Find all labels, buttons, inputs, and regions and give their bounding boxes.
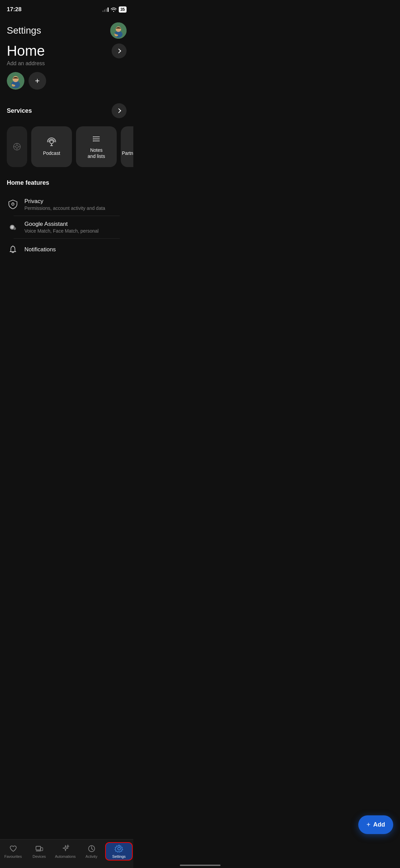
- svg-point-17: [50, 140, 53, 144]
- members-row: +: [7, 72, 127, 90]
- svg-point-12: [16, 145, 18, 148]
- home-features-title: Home features: [7, 179, 127, 186]
- assistant-title: Google Assistant: [24, 221, 127, 228]
- add-address-label: Add an address: [7, 60, 127, 67]
- home-section: Home Add an address +: [0, 40, 133, 95]
- chevron-right-icon: [116, 49, 121, 53]
- status-time: 17:28: [7, 6, 21, 13]
- privacy-text: Privacy Permissions, account activity an…: [24, 198, 127, 211]
- service-card-podcast[interactable]: Podcast: [31, 126, 72, 167]
- svg-point-23: [93, 136, 94, 137]
- notifications-title: Notifications: [24, 246, 127, 253]
- partner-connect-label: Partner connecti...: [122, 150, 133, 156]
- user-avatar[interactable]: [110, 22, 127, 39]
- partial-service-icon: [13, 142, 21, 151]
- home-title: Home: [7, 43, 45, 59]
- signal-bars-icon: [102, 7, 109, 12]
- home-chevron-button[interactable]: [112, 43, 127, 58]
- svg-point-37: [11, 226, 13, 228]
- assistant-subtitle: Voice Match, Face Match, personal: [24, 228, 127, 234]
- notifications-icon-wrap: [7, 243, 19, 256]
- notifications-feature-item[interactable]: Notifications: [7, 239, 127, 260]
- podcast-icon: [47, 137, 56, 147]
- assistant-text: Google Assistant Voice Match, Face Match…: [24, 221, 127, 234]
- battery-level: 35: [120, 7, 125, 12]
- google-assistant-icon: [7, 222, 18, 233]
- add-member-button[interactable]: +: [28, 72, 46, 90]
- svg-point-25: [93, 140, 94, 141]
- service-card-partner-connect[interactable]: Partner connecti...: [121, 126, 133, 167]
- privacy-title: Privacy: [24, 198, 127, 205]
- services-chevron-button[interactable]: [112, 103, 127, 118]
- service-card-partial[interactable]: [7, 126, 27, 167]
- privacy-icon-wrap: [7, 198, 19, 211]
- notifications-text: Notifications: [24, 246, 127, 253]
- podcast-label: Podcast: [43, 150, 60, 156]
- svg-point-31: [12, 203, 14, 205]
- privacy-shield-icon: [7, 199, 18, 210]
- services-scroll-container[interactable]: Podcast Notesand lists Partner connecti.…: [0, 122, 133, 171]
- notes-lists-icon: [92, 134, 101, 144]
- privacy-subtitle: Permissions, account activity and data: [24, 205, 127, 211]
- services-label: Services: [7, 107, 32, 114]
- page-header: Settings: [0, 17, 133, 40]
- home-features-section: Home features Privacy Permissions, accou…: [0, 171, 133, 263]
- wifi-icon: [111, 7, 117, 12]
- service-card-notes-lists[interactable]: Notesand lists: [76, 126, 117, 167]
- notifications-bell-icon: [7, 244, 18, 255]
- privacy-feature-item[interactable]: Privacy Permissions, account activity an…: [7, 193, 127, 216]
- plus-icon: +: [35, 77, 40, 85]
- status-icons: 35: [102, 6, 127, 13]
- member-avatar[interactable]: [7, 72, 24, 90]
- page-title: Settings: [7, 25, 41, 36]
- status-bar: 17:28 35: [0, 0, 133, 17]
- assistant-icon-wrap: [7, 221, 19, 233]
- notes-lists-label: Notesand lists: [88, 147, 105, 159]
- svg-point-8: [13, 76, 19, 82]
- svg-point-10: [12, 84, 14, 86]
- google-assistant-feature-item[interactable]: Google Assistant Voice Match, Face Match…: [7, 216, 127, 238]
- battery-icon: 35: [119, 6, 127, 13]
- services-chevron-right-icon: [116, 108, 121, 113]
- svg-point-24: [93, 138, 94, 139]
- services-section: Services: [0, 95, 133, 122]
